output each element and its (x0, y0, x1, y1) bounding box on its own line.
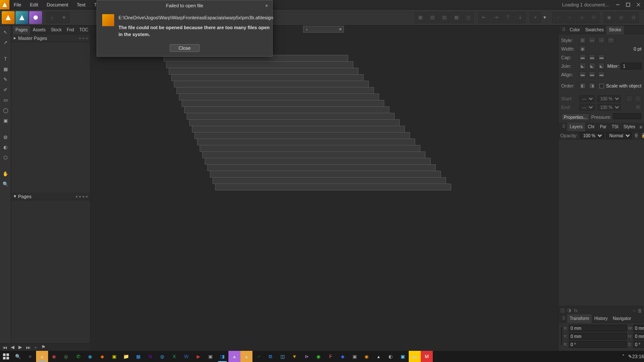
tb-curve3-icon[interactable]: ⦶ (576, 12, 587, 23)
task-app14[interactable]: ⊳ (301, 351, 313, 362)
start-style-select[interactable]: — (579, 95, 595, 102)
nav-last-icon[interactable]: ⏭ (25, 344, 31, 350)
opacity-select[interactable]: 100 % (580, 132, 604, 139)
master-pages-header[interactable]: ▸ Master Pages ▫ ▫ ▫ (11, 34, 90, 42)
text-tool-icon[interactable]: T (1, 54, 10, 63)
task-app16[interactable]: ◆ (337, 351, 349, 362)
tb-curve2-icon[interactable]: ⟍ (564, 12, 575, 23)
layers-list[interactable] (559, 140, 644, 306)
persona-designer[interactable] (15, 11, 28, 24)
dialog-close-icon[interactable]: × (263, 2, 270, 9)
x-input[interactable] (569, 325, 627, 332)
close-button[interactable] (634, 1, 643, 9)
pressure-graph[interactable] (613, 113, 641, 119)
ellipse-tool-icon[interactable]: ◯ (1, 106, 10, 115)
style-dash-icon[interactable]: ┄ (598, 37, 605, 44)
tab-transform[interactable]: Transform (567, 314, 592, 323)
zoom-tool-icon[interactable]: 🔍 (1, 179, 10, 189)
tab-character[interactable]: Chr (585, 123, 597, 131)
tab-assets[interactable]: Assets (30, 26, 48, 34)
pages-view1-icon[interactable]: ▫ (76, 194, 77, 199)
task-word[interactable]: W (180, 351, 192, 362)
layer-adjust-icon[interactable]: ◑ (567, 308, 571, 313)
order-front-icon[interactable]: ◨ (589, 82, 595, 89)
master-opts-icon[interactable]: ▫ (82, 36, 84, 41)
w-input[interactable] (633, 325, 644, 332)
tb-align2-icon[interactable]: ⇥ (490, 12, 501, 23)
tb-align1-icon[interactable]: ⇤ (478, 12, 489, 23)
end-pct-select[interactable]: 100 % (597, 104, 621, 111)
arrow-right-icon[interactable]: → (635, 95, 641, 102)
task-onenote[interactable]: N (144, 351, 156, 362)
dialog-close-button[interactable]: Close (170, 44, 200, 52)
tab-color[interactable]: Color (567, 26, 583, 34)
nav-first-icon[interactable]: ⏮ (2, 344, 8, 350)
shape-tool-icon[interactable]: ▭ (1, 95, 10, 105)
tab-find[interactable]: Fnd (64, 26, 76, 34)
move-tool-icon[interactable]: ↖ (1, 27, 10, 37)
tb-arrange3-icon[interactable]: ▨ (439, 12, 450, 23)
picture-tool-icon[interactable]: ▣ (1, 116, 10, 125)
maximize-button[interactable] (623, 1, 633, 9)
pages-section-header[interactable]: ▾ Pages ▫ ▫ ▫ ▫ (11, 193, 90, 200)
tb-align3-icon[interactable]: ⤒ (502, 12, 513, 23)
tray-pen-icon[interactable]: ✎ (628, 354, 632, 359)
pen-tool-icon[interactable]: ✎ (1, 75, 10, 84)
tb-align4-icon[interactable]: ⤓ (514, 12, 526, 23)
layer-delete-icon[interactable]: 🗑 (638, 308, 642, 313)
task-app21[interactable]: ▬ (409, 351, 421, 362)
task-app17[interactable]: ▣ (349, 351, 361, 362)
minimize-button[interactable] (613, 1, 623, 9)
style-none-icon[interactable]: ⊘ (579, 37, 586, 44)
tab-swatches[interactable]: Swatches (583, 26, 606, 34)
join-miter-icon[interactable]: ◣ (579, 63, 586, 69)
task-app7[interactable]: ▶ (192, 351, 204, 362)
task-app22[interactable]: M (421, 351, 433, 362)
end-style-select[interactable]: — (579, 104, 595, 111)
task-app4[interactable]: ▣ (108, 351, 120, 362)
link-icon[interactable]: ⟲ (635, 104, 641, 111)
style-solid-icon[interactable]: — (589, 37, 595, 44)
dialog-titlebar[interactable]: Failed to open file × (97, 0, 272, 11)
h-input[interactable] (633, 333, 644, 340)
search-icon[interactable]: 🔍 (12, 351, 24, 362)
order-behind-icon[interactable]: ◧ (579, 82, 586, 89)
y-input[interactable] (569, 333, 627, 340)
arrow-left-icon[interactable]: ← (626, 95, 633, 102)
task-app10[interactable]: ▲ (240, 351, 252, 362)
layer-add-icon[interactable]: ▫ (633, 308, 635, 313)
style-brush-icon[interactable]: 〰 (608, 37, 614, 44)
tab-pages[interactable]: Pages (13, 26, 30, 34)
join-bevel-icon[interactable]: ◣ (598, 63, 605, 69)
pages-view4-icon[interactable]: ▫ (86, 194, 88, 199)
menu-file[interactable]: File (9, 0, 26, 9)
tb-view2-icon[interactable]: ◎ (616, 12, 627, 23)
task-app20[interactable]: ▣ (397, 351, 409, 362)
tb-fav-icon[interactable]: ★ (58, 12, 70, 23)
tab-layers[interactable]: Layers (567, 123, 585, 131)
doc-tab-back-icon[interactable]: ‹ (306, 27, 307, 32)
task-blender[interactable]: ◉ (361, 351, 373, 362)
align-outside-icon[interactable]: ▬ (598, 71, 605, 78)
start-button[interactable] (0, 351, 12, 362)
canvas[interactable]: ‹ × (91, 26, 558, 351)
tab-styles[interactable]: Styles (621, 123, 638, 131)
fill-tool-icon[interactable]: ◍ (1, 132, 10, 142)
task-explorer[interactable]: 📁 (120, 351, 132, 362)
tab-toc[interactable]: TOC (77, 26, 91, 34)
cortana-icon[interactable]: ○ (24, 351, 36, 362)
nav-spread-icon[interactable]: ▫ (33, 344, 39, 350)
doc-tab-strip[interactable]: ‹ × (303, 26, 344, 33)
tb-home-icon[interactable]: ⌂ (46, 12, 58, 23)
pages-view2-icon[interactable]: ▫ (79, 194, 81, 199)
tab-textstyles[interactable]: TSt (609, 123, 621, 131)
pencil-tool-icon[interactable]: ✐ (1, 85, 10, 94)
task-excel[interactable]: X (168, 351, 180, 362)
task-app18[interactable]: ▴ (373, 351, 385, 362)
master-del-icon[interactable]: ▫ (86, 36, 88, 41)
tb-view3-icon[interactable]: ⊙ (628, 12, 639, 23)
nav-preflight-icon[interactable]: ⚑ (40, 344, 46, 350)
tb-arrange1-icon[interactable]: ▦ (415, 12, 426, 23)
menu-text[interactable]: Text (73, 0, 90, 9)
nav-play-icon[interactable]: ▶ (17, 344, 23, 350)
